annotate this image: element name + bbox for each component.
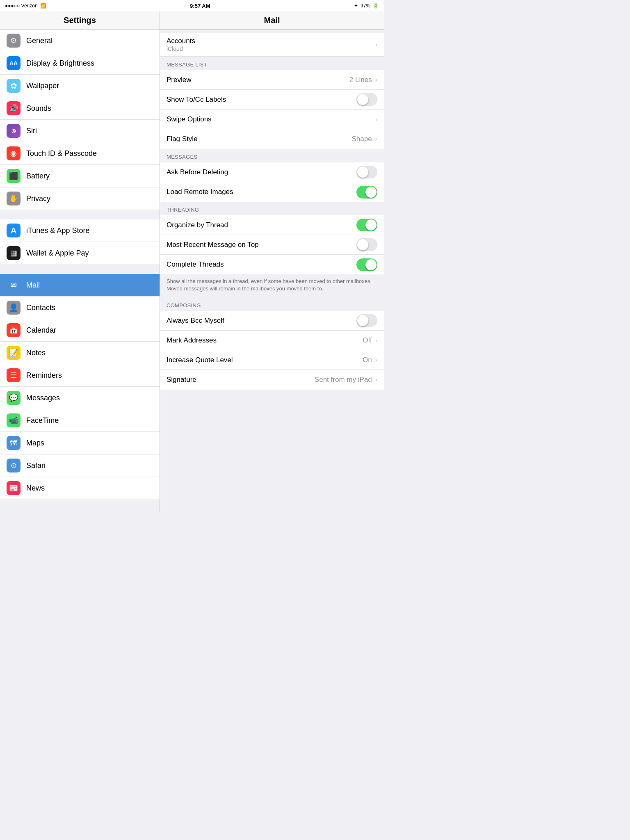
most-recent-top-toggle[interactable] xyxy=(356,238,377,251)
signature-label: Signature xyxy=(167,376,315,384)
touchid-label: Touch ID & Passcode xyxy=(26,149,153,158)
settings-group-apps: ✉ Mail 👤 Contacts 📅 Calendar 📝 Notes ☰ xyxy=(0,274,160,499)
calendar-icon: 📅 xyxy=(7,323,21,337)
privacy-icon: ✋ xyxy=(7,192,21,205)
sidebar-item-general[interactable]: ⚙ General xyxy=(0,30,160,52)
accounts-row[interactable]: Accounts iCloud › xyxy=(160,33,384,57)
swipe-options-row[interactable]: Swipe Options › xyxy=(160,110,384,129)
load-remote-images-knob xyxy=(365,187,377,198)
ask-before-deleting-row[interactable]: Ask Before Deleting xyxy=(160,162,384,182)
sidebar-item-display[interactable]: AA Display & Brightness xyxy=(0,52,160,75)
sounds-icon: 🔊 xyxy=(7,101,21,115)
general-icon: ⚙ xyxy=(7,34,21,48)
sidebar-item-maps[interactable]: 🗺 Maps xyxy=(0,432,160,454)
wallpaper-icon: ✿ xyxy=(7,79,21,93)
wallet-icon: ▦ xyxy=(7,246,21,260)
news-icon: 📰 xyxy=(7,481,21,495)
most-recent-top-row[interactable]: Most Recent Message on Top xyxy=(160,235,384,255)
swipe-options-chevron: › xyxy=(375,116,377,123)
load-remote-images-label: Load Remote Images xyxy=(167,188,356,196)
message-list-section: MESSAGE LIST Preview 2 Lines › Show To/C… xyxy=(160,57,384,149)
messages-header: MESSAGES xyxy=(160,149,384,162)
siri-icon: ◎ xyxy=(7,124,21,138)
preview-row[interactable]: Preview 2 Lines › xyxy=(160,70,384,90)
accounts-title: Accounts xyxy=(167,37,375,45)
organize-by-thread-toggle[interactable] xyxy=(356,219,377,231)
ask-before-deleting-toggle[interactable] xyxy=(356,166,377,178)
sidebar-item-mail[interactable]: ✉ Mail xyxy=(0,274,160,297)
messages-label: Messages xyxy=(26,394,153,402)
composing-header: COMPOSING xyxy=(160,297,384,311)
contacts-label: Contacts xyxy=(26,304,153,312)
show-tocc-toggle[interactable] xyxy=(356,93,377,106)
signature-value: Sent from my iPad xyxy=(315,376,372,384)
facetime-icon: 📹 xyxy=(7,413,21,427)
signature-chevron: › xyxy=(375,376,377,383)
load-remote-images-toggle[interactable] xyxy=(356,186,377,199)
flag-style-chevron: › xyxy=(375,135,377,143)
always-bcc-row[interactable]: Always Bcc Myself xyxy=(160,311,384,331)
mail-content: Accounts iCloud › MESSAGE LIST Preview 2… xyxy=(160,30,384,512)
sidebar-item-calendar[interactable]: 📅 Calendar xyxy=(0,319,160,342)
maps-icon: 🗺 xyxy=(7,436,21,450)
wifi-icon: 📶 xyxy=(40,3,46,9)
organize-by-thread-row[interactable]: Organize by Thread xyxy=(160,215,384,235)
preview-chevron: › xyxy=(375,76,377,84)
sidebar-item-touchid[interactable]: ◉ Touch ID & Passcode xyxy=(0,142,160,165)
accounts-sub: iCloud xyxy=(167,46,375,52)
increase-quote-value: On xyxy=(363,356,372,364)
sidebar-item-notes[interactable]: 📝 Notes xyxy=(0,342,160,364)
show-tocc-knob xyxy=(357,94,368,105)
sidebar-item-wallet[interactable]: ▦ Wallet & Apple Pay xyxy=(0,242,160,264)
sidebar-item-wallpaper[interactable]: ✿ Wallpaper xyxy=(0,75,160,97)
itunes-icon: A xyxy=(7,224,21,237)
most-recent-top-label: Most Recent Message on Top xyxy=(167,241,356,249)
messages-icon: 💬 xyxy=(7,391,21,405)
sidebar-item-safari[interactable]: ⊙ Safari xyxy=(0,454,160,477)
carrier-text: ●●●○○ Verizon xyxy=(5,3,38,9)
ask-before-deleting-label: Ask Before Deleting xyxy=(167,168,356,176)
show-tocc-row[interactable]: Show To/Cc Labels xyxy=(160,90,384,110)
flag-style-row[interactable]: Flag Style Shape › xyxy=(160,129,384,149)
maps-label: Maps xyxy=(26,439,153,447)
mail-panel: Mail Accounts iCloud › MESSAGE xyxy=(160,11,384,512)
mark-addresses-row[interactable]: Mark Addresses Off › xyxy=(160,331,384,350)
sidebar-item-facetime[interactable]: 📹 FaceTime xyxy=(0,409,160,432)
sidebar-item-siri[interactable]: ◎ Siri xyxy=(0,120,160,142)
wallpaper-label: Wallpaper xyxy=(26,82,153,90)
top-spacer xyxy=(160,30,384,33)
most-recent-top-knob xyxy=(357,239,368,250)
contacts-icon: 👤 xyxy=(7,301,21,315)
complete-threads-row[interactable]: Complete Threads xyxy=(160,255,384,274)
sidebar-item-privacy[interactable]: ✋ Privacy xyxy=(0,187,160,210)
spacer-2 xyxy=(0,264,160,274)
sidebar-item-battery[interactable]: ⬛ Battery xyxy=(0,165,160,187)
mail-icon: ✉ xyxy=(7,278,21,292)
messages-section: MESSAGES Ask Before Deleting Load Remote… xyxy=(160,149,384,202)
always-bcc-toggle[interactable] xyxy=(356,314,377,327)
settings-title: Settings xyxy=(7,16,153,25)
sidebar-item-itunes[interactable]: A iTunes & App Store xyxy=(0,219,160,242)
display-icon: AA xyxy=(7,56,21,70)
status-bar: ●●●○○ Verizon 📶 9:57 AM ✦ 97% 🔋 xyxy=(0,0,384,11)
threading-header: THREADING xyxy=(160,202,384,215)
safari-label: Safari xyxy=(26,461,153,470)
sidebar-item-reminders[interactable]: ☰ Reminders xyxy=(0,364,160,387)
load-remote-images-row[interactable]: Load Remote Images xyxy=(160,182,384,202)
battery-icon-settings: ⬛ xyxy=(7,169,21,183)
complete-threads-toggle[interactable] xyxy=(356,258,377,271)
sidebar-item-news[interactable]: 📰 News xyxy=(0,477,160,499)
mail-header: Mail xyxy=(160,11,384,30)
notes-icon: 📝 xyxy=(7,346,21,360)
organize-by-thread-label: Organize by Thread xyxy=(167,221,356,229)
sidebar-item-contacts[interactable]: 👤 Contacts xyxy=(0,297,160,319)
sidebar-item-messages[interactable]: 💬 Messages xyxy=(0,387,160,409)
sidebar-item-sounds[interactable]: 🔊 Sounds xyxy=(0,97,160,120)
privacy-label: Privacy xyxy=(26,194,153,203)
organize-by-thread-knob xyxy=(365,219,377,231)
accounts-group: Accounts iCloud › xyxy=(160,33,384,57)
general-label: General xyxy=(26,37,153,45)
composing-group: Always Bcc Myself Mark Addresses Off › I… xyxy=(160,311,384,390)
signature-row[interactable]: Signature Sent from my iPad › xyxy=(160,370,384,390)
increase-quote-row[interactable]: Increase Quote Level On › xyxy=(160,350,384,370)
